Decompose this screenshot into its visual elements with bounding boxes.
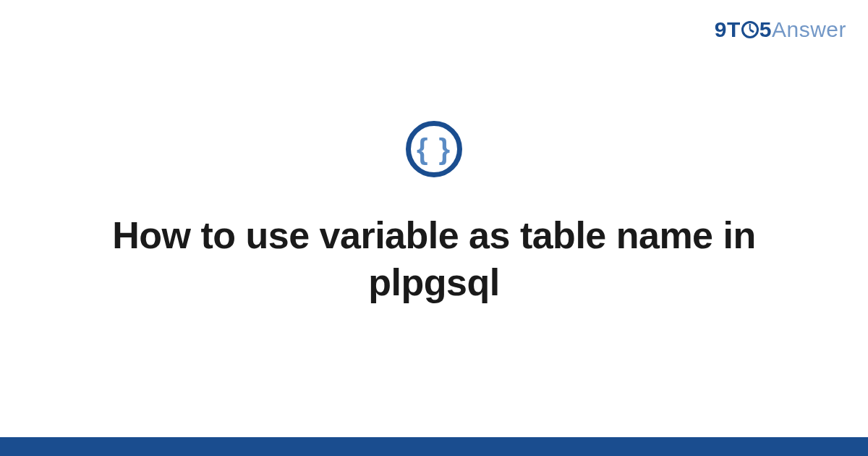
page-title: How to use variable as table name in plp… bbox=[58, 212, 810, 306]
braces-glyph: { } bbox=[417, 135, 451, 164]
footer-accent-bar bbox=[0, 437, 868, 456]
code-braces-icon: { } bbox=[406, 121, 462, 177]
main-content: { } How to use variable as table name in… bbox=[0, 0, 868, 456]
